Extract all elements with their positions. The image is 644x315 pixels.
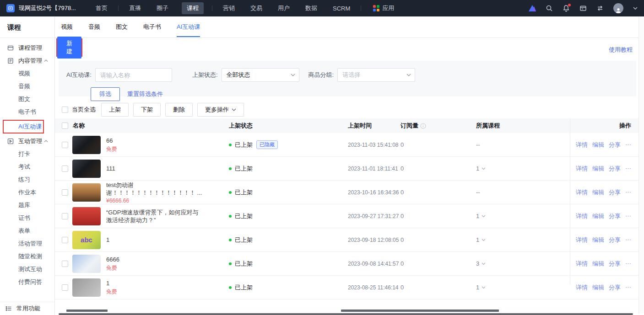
row-checkbox[interactable] bbox=[62, 284, 68, 291]
sidebar-item-certificate[interactable]: 证书 bbox=[0, 212, 54, 224]
chevron-down-icon[interactable] bbox=[482, 167, 486, 170]
more-ops-link[interactable]: ··· bbox=[625, 165, 631, 173]
more-ops-link[interactable]: ··· bbox=[625, 283, 631, 292]
more-ops-link[interactable]: ··· bbox=[625, 212, 631, 220]
sidebar-item-workbook[interactable]: 作业本 bbox=[0, 186, 54, 199]
row-checkbox[interactable] bbox=[62, 189, 68, 196]
horizontal-scrollbar[interactable] bbox=[55, 313, 644, 315]
nav-item-home[interactable]: 首页 bbox=[96, 4, 108, 12]
nav-item-course[interactable]: 课程 bbox=[182, 2, 204, 14]
sidebar-item-course-mgmt[interactable]: 课程管理 bbox=[0, 42, 54, 54]
course-name[interactable]: 6666 bbox=[106, 256, 119, 263]
more-ops-link[interactable]: ··· bbox=[625, 141, 631, 149]
edit-link[interactable]: 编辑 bbox=[592, 212, 604, 220]
nav-item-live[interactable]: 直播 bbox=[129, 4, 141, 12]
row-checkbox[interactable] bbox=[62, 213, 68, 219]
search-icon[interactable] bbox=[546, 5, 553, 12]
app-logo-icon[interactable] bbox=[6, 4, 15, 12]
unpublish-button[interactable]: 下架 bbox=[133, 103, 161, 117]
tab-video[interactable]: 视频 bbox=[61, 23, 73, 37]
switch-icon[interactable] bbox=[596, 5, 604, 12]
nav-item-apps[interactable]: 应用 bbox=[373, 4, 394, 12]
sidebar-item-audio[interactable]: 音频 bbox=[0, 80, 54, 93]
chevron-down-icon[interactable] bbox=[482, 262, 486, 265]
more-ops-link[interactable]: ··· bbox=[625, 260, 631, 268]
nav-item-user[interactable]: 用户 bbox=[278, 4, 290, 12]
tab-ai-course[interactable]: AI互动课 bbox=[177, 23, 200, 37]
sidebar-item-video[interactable]: 视频 bbox=[0, 67, 54, 80]
course-name[interactable]: 111 bbox=[106, 165, 115, 172]
detail-link[interactable]: 详情 bbox=[576, 260, 588, 268]
row-checkbox[interactable] bbox=[62, 237, 68, 243]
course-name[interactable]: 1 bbox=[106, 279, 117, 287]
edit-link[interactable]: 编辑 bbox=[592, 141, 604, 149]
sidebar-item-exam[interactable]: 考试 bbox=[0, 160, 54, 173]
row-checkbox[interactable] bbox=[62, 261, 68, 267]
share-link[interactable]: 分享 bbox=[609, 141, 621, 149]
sidebar-item-activity-mgmt[interactable]: 活动管理 bbox=[0, 237, 54, 250]
chevron-up-icon[interactable] bbox=[44, 59, 48, 62]
tab-ebook[interactable]: 电子书 bbox=[143, 23, 161, 37]
select-all-checkbox[interactable] bbox=[62, 107, 68, 113]
sidebar-item-form[interactable]: 表单 bbox=[0, 224, 54, 237]
horizontal-scrollbar-thumb[interactable] bbox=[59, 313, 633, 315]
nav-item-circle[interactable]: 圈子 bbox=[157, 4, 168, 12]
nav-item-marketing[interactable]: 营销 bbox=[223, 4, 235, 12]
chevron-down-icon[interactable] bbox=[482, 215, 486, 218]
chevron-down-icon[interactable] bbox=[482, 239, 486, 241]
sidebar-item-content-mgmt[interactable]: 内容管理 bbox=[0, 54, 54, 67]
detail-link[interactable]: 详情 bbox=[576, 141, 588, 149]
edit-link[interactable]: 编辑 bbox=[592, 236, 604, 244]
nav-item-scrm[interactable]: SCRM bbox=[333, 5, 350, 12]
detail-link[interactable]: 详情 bbox=[576, 283, 588, 292]
more-ops-link[interactable]: ··· bbox=[625, 236, 631, 244]
sidebar-item-paid-qa[interactable]: 付费问答 bbox=[0, 276, 54, 288]
course-name[interactable]: 66 bbox=[106, 137, 117, 144]
vertical-scrollbar[interactable] bbox=[639, 16, 644, 315]
nav-item-data[interactable]: 数据 bbox=[305, 4, 317, 12]
sidebar-item-interact-mgmt[interactable]: 互动管理 bbox=[0, 135, 54, 148]
account-chevron-down-icon[interactable] bbox=[633, 7, 638, 10]
group-select[interactable]: 请选择 bbox=[337, 68, 415, 82]
new-button[interactable]: 新建 bbox=[57, 37, 81, 59]
info-icon[interactable] bbox=[420, 123, 426, 129]
tab-article[interactable]: 图文 bbox=[116, 23, 128, 37]
sidebar-item-quiz[interactable]: 随堂检测 bbox=[0, 250, 54, 263]
name-search-input[interactable] bbox=[95, 68, 172, 82]
sidebar-item-checkin[interactable]: 打卡 bbox=[0, 148, 54, 160]
wallet-icon[interactable] bbox=[579, 5, 587, 12]
detail-link[interactable]: 详情 bbox=[576, 188, 588, 197]
share-link[interactable]: 分享 bbox=[609, 212, 621, 220]
sidebar-item-question-bank[interactable]: 题库 bbox=[0, 199, 54, 212]
share-link[interactable]: 分享 bbox=[609, 260, 621, 268]
sidebar-item-article[interactable]: 图文 bbox=[0, 93, 54, 106]
sidebar-item-common-functions[interactable]: 常用功能 bbox=[0, 302, 54, 315]
publish-button[interactable]: 上架 bbox=[101, 103, 129, 117]
nav-item-trade[interactable]: 交易 bbox=[250, 4, 262, 12]
sidebar-item-test-interact[interactable]: 测试互动 bbox=[0, 263, 54, 276]
sidebar-item-ai-course[interactable]: AI互动课 bbox=[4, 123, 42, 131]
detail-link[interactable]: 详情 bbox=[576, 236, 588, 244]
chevron-up-icon[interactable] bbox=[44, 140, 48, 143]
course-name[interactable]: “GDP增速放缓背景下，如何应对与 激活经济新动力？” bbox=[106, 208, 199, 224]
course-name[interactable]: test勿动谢 谢！！！！！！！！！！！！！！ ... bbox=[106, 181, 202, 197]
tutorial-link[interactable]: 使用教程 bbox=[609, 46, 633, 54]
delete-button[interactable]: 删除 bbox=[165, 103, 193, 117]
edit-link[interactable]: 编辑 bbox=[592, 283, 604, 292]
avatar[interactable] bbox=[613, 3, 623, 13]
share-link[interactable]: 分享 bbox=[609, 165, 621, 173]
row-checkbox[interactable] bbox=[62, 166, 68, 172]
sidebar-item-practice[interactable]: 练习 bbox=[0, 173, 54, 186]
edit-link[interactable]: 编辑 bbox=[592, 188, 604, 197]
course-name[interactable]: 1 bbox=[106, 236, 109, 244]
filter-button[interactable]: 筛选 bbox=[91, 87, 120, 101]
edit-link[interactable]: 编辑 bbox=[592, 165, 604, 173]
reset-filters-link[interactable]: 重置筛选条件 bbox=[127, 90, 163, 98]
status-select[interactable]: 全部状态 bbox=[222, 68, 299, 82]
share-link[interactable]: 分享 bbox=[609, 188, 621, 197]
header-checkbox[interactable] bbox=[62, 123, 68, 129]
chevron-down-icon[interactable] bbox=[482, 286, 486, 289]
bell-icon[interactable] bbox=[563, 5, 570, 12]
sidebar-item-ebook[interactable]: 电子书 bbox=[0, 106, 54, 118]
more-actions-button[interactable]: 更多操作 bbox=[197, 103, 244, 117]
